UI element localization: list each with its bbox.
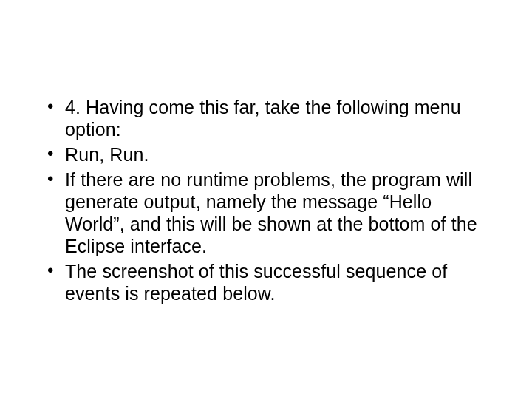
bullet-text: If there are no runtime problems, the pr… bbox=[65, 169, 477, 256]
bullet-list: 4. Having come this far, take the follow… bbox=[44, 96, 488, 304]
list-item: 4. Having come this far, take the follow… bbox=[44, 96, 488, 140]
slide: 4. Having come this far, take the follow… bbox=[0, 0, 532, 399]
bullet-text: 4. Having come this far, take the follow… bbox=[65, 97, 461, 140]
bullet-text: The screenshot of this successful sequen… bbox=[65, 261, 447, 304]
bullet-text: Run, Run. bbox=[65, 144, 149, 165]
list-item: The screenshot of this successful sequen… bbox=[44, 260, 488, 304]
list-item: Run, Run. bbox=[44, 143, 488, 166]
list-item: If there are no runtime problems, the pr… bbox=[44, 168, 488, 257]
